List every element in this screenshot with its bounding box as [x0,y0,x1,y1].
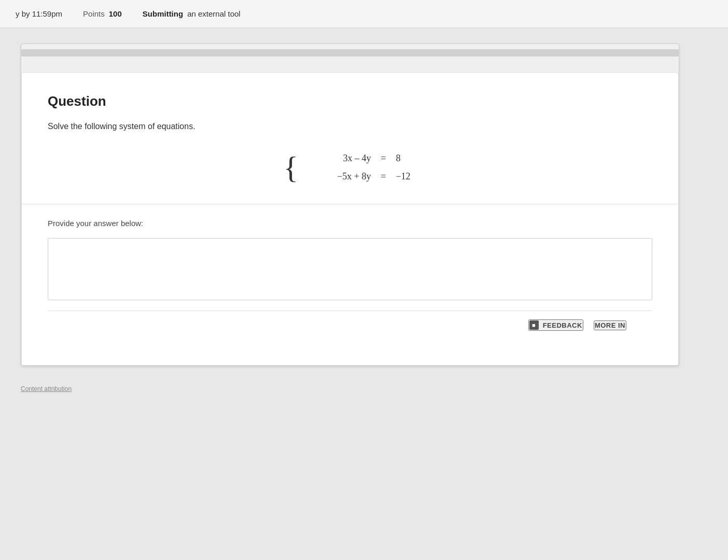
equation-row-2: −5x + 8y = −12 [309,171,416,182]
more-info-button[interactable]: MORE IN [594,320,626,330]
submitting-value: an external tool [187,9,241,18]
equations-container: 3x – 4y = 8 −5x + 8y = −12 [309,153,416,182]
brace-symbol: { [284,152,299,183]
main-content: Question Solve the following system of e… [0,28,700,384]
eq1-rhs: 8 [396,153,416,164]
feedback-label: FEEDBACK [543,321,582,329]
gray-bar [21,49,679,57]
question-title: Question [48,93,652,109]
feedback-button[interactable]: ■ FEEDBACK [528,319,583,331]
content-attribution[interactable]: Content attribution [0,380,92,398]
due-date-value: y by 11:59pm [16,9,62,18]
submitting-item: Submitting an external tool [143,9,241,18]
outer-card: Question Solve the following system of e… [21,44,679,366]
due-date-item: y by 11:59pm [16,9,62,18]
points-label: Points [83,9,105,18]
feedback-icon: ■ [529,320,539,330]
points-value: 100 [109,9,122,18]
answer-input-box[interactable] [48,238,652,300]
question-text: Solve the following system of equations. [48,122,652,131]
question-card: Question Solve the following system of e… [21,72,679,366]
top-bar: y by 11:59pm Points 100 Submitting an ex… [0,0,728,28]
points-item: Points 100 [83,9,122,18]
eq2-lhs: −5x + 8y [309,171,371,182]
eq1-lhs: 3x – 4y [309,153,371,164]
bottom-bar: ■ FEEDBACK MORE IN [48,311,652,339]
eq2-rhs: −12 [396,171,416,182]
footer: Content attribution [0,384,728,393]
equation-row-1: 3x – 4y = 8 [309,153,416,164]
eq1-sign: = [377,153,389,164]
answer-label: Provide your answer below: [48,219,652,228]
submitting-label: Submitting [143,9,183,18]
equation-system: { 3x – 4y = 8 −5x + 8y = −12 [48,152,652,183]
eq2-sign: = [377,171,389,182]
answer-section: Provide your answer below: [48,204,652,300]
